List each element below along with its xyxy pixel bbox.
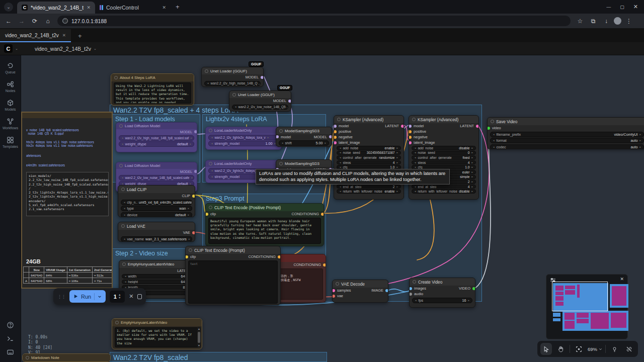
side-panel-icon[interactable]: ⧉ [588, 18, 599, 25]
widget-control-after-generate[interactable]: control_after_generatefixed [412, 155, 476, 160]
node-markdown-note[interactable]: Markdown Note [22, 353, 111, 362]
logo-menu-caret-icon[interactable]: ⌄ [15, 47, 18, 51]
node-title[interactable]: Markdown Note [23, 354, 110, 361]
widget-model-name[interactable]: wan2.2_t2v_high_noise_14B_fp8_scaled.saf [119, 135, 194, 141]
input-negative[interactable]: negative [410, 135, 428, 139]
sidebar-item-workflows[interactable]: Workflows [0, 118, 21, 130]
minimap-viewport[interactable] [552, 282, 608, 311]
input-positive[interactable]: positive [410, 129, 426, 134]
widget-fps[interactable]: fps16 [412, 298, 472, 303]
widget-format[interactable]: formatauto [490, 138, 644, 143]
node-title[interactable]: LoraLoaderModelOnly [206, 127, 281, 134]
node-title[interactable]: KSampler (Advanced) [334, 116, 404, 123]
fit-view-button[interactable] [573, 343, 585, 355]
output-image[interactable]: IMAGE [371, 288, 387, 293]
node-load-clip[interactable]: Load CLIP CLIP clip_n..umt5_xxl_fp8_e4m3… [118, 185, 195, 217]
widget-lora-name[interactable]: wan2.2_t2v_lightx2v_4steps_lora_v [208, 135, 279, 140]
input-samples[interactable]: samples [334, 288, 351, 293]
node-ksampler-advanced-1[interactable]: KSampler (Advanced) modelLATENT positive… [334, 115, 404, 200]
node-title[interactable]: Load CLIP [118, 186, 195, 193]
new-tab-button[interactable]: + [176, 3, 180, 11]
toggle-hint-button[interactable] [609, 343, 620, 355]
site-info-icon[interactable]: ⓘ [62, 18, 68, 24]
node-title[interactable]: CLIP Text Encode (Positive Prompt) [206, 204, 324, 211]
window-minimize-button[interactable]: — [606, 5, 611, 10]
node-title[interactable]: ModelSamplingSD3 [276, 160, 332, 167]
note-scrollbar[interactable]: ▲▼ [197, 327, 201, 347]
window-close-button[interactable]: ✕ [633, 4, 638, 10]
widget-codec[interactable]: codecauto [490, 144, 644, 150]
drag-handle-icon[interactable]: ⋮⋮ [57, 294, 65, 299]
widget-device[interactable]: devicedefault [121, 212, 192, 218]
group-bottom[interactable]: Wan2.2 T2V fp8_scaled [110, 352, 327, 362]
widget-width[interactable]: width640 [122, 274, 193, 279]
widget-filename-prefix[interactable]: filename_prefixvideo/ComfyUI [490, 132, 644, 137]
widget-unet-name[interactable]: wan2.2_i2v_low_noise_14B_Q5 ... [232, 105, 288, 110]
select-tool-button[interactable] [540, 343, 552, 355]
node-title[interactable]: About 4 Steps LoRA [111, 74, 194, 81]
browser-tab-coolercontrol[interactable]: CoolerControl ✕ [95, 2, 171, 14]
sidebar-item-templates[interactable]: Templates [0, 136, 21, 148]
node-title[interactable]: Unet Loader (GGUF) [202, 67, 263, 74]
node-title[interactable]: VAE Decode [333, 280, 388, 288]
widget-steps[interactable]: steps4 [412, 160, 476, 165]
pan-tool-button[interactable] [555, 343, 567, 355]
stop-button[interactable] [137, 294, 142, 299]
widget-clip-name[interactable]: clip_n..umt5_xxl_fp8_e4m3fn_scaled.safet… [121, 200, 192, 205]
browser-menu-icon[interactable]: ⋮ [623, 18, 634, 25]
node-note-empty-latent[interactable]: EmptyHunyuanLatentVideo 1. (By) default,… [112, 318, 202, 349]
window-maximize-button[interactable]: ▢ [620, 5, 624, 10]
input-model[interactable]: model [335, 124, 349, 128]
node-load-vae[interactable]: Load VAE VAE vae_namewan_2.1_vae.safeten… [118, 222, 195, 242]
widget-shift[interactable]: shift5.00 [279, 140, 329, 146]
node-vae-decode[interactable]: VAE Decode samplesIMAGE vae [332, 280, 388, 303]
run-button[interactable]: Run [69, 290, 106, 303]
sidebar-item-nodes[interactable]: Nodes [0, 80, 21, 93]
reload-button[interactable]: ⟳ [29, 18, 40, 25]
tab-close-icon[interactable]: ✕ [162, 5, 166, 10]
node-title[interactable]: Create Video [410, 278, 475, 286]
prompt-textarea-empty[interactable]: text [188, 260, 278, 304]
input-audio[interactable]: audio [411, 292, 423, 296]
node-title[interactable]: Unet Loader (GGUF) [229, 91, 291, 98]
widget-height[interactable]: height640 [122, 280, 193, 285]
widget-end-at-step[interactable]: end_at_step4 [412, 185, 476, 189]
widget-weight-dtype[interactable]: weight_dtypedefault [119, 141, 194, 147]
input-latent-image[interactable]: latent_image [335, 140, 360, 145]
browser-tab-comfyui[interactable]: C *video_wan2_2_14B_t2... ✕ [17, 2, 95, 14]
input-latent-image[interactable]: latent_image [410, 140, 435, 145]
forward-button[interactable]: → [16, 18, 27, 25]
widget-return-with-leftover-noise[interactable]: return_with_leftover_noiseenable [337, 189, 401, 194]
sidebar-item-models[interactable]: Models [0, 99, 21, 111]
input-images[interactable]: images [411, 286, 426, 291]
widget-return-with-leftover-noise[interactable]: return_with_leftover_noisedisable [412, 189, 476, 194]
profile-avatar[interactable] [614, 17, 621, 25]
node-title[interactable]: KSampler (Advanced) [409, 116, 478, 123]
node-unet-loader-gguf-2[interactable]: Unet Loader (GGUF) MODEL wan2.2_i2v_low_… [229, 90, 291, 112]
output-model[interactable]: MODEL [246, 75, 262, 79]
node-title[interactable]: Load VAE [118, 222, 195, 230]
node-title[interactable]: Load Diffusion Model [116, 162, 197, 169]
address-bar[interactable]: ⓘ 127.0.0.1:8188 [57, 16, 571, 26]
minimap-close-icon[interactable]: ✕ [620, 277, 624, 282]
node-markdown-note-models[interactable]: v_noise_14B_fp8_scaled.safetensors _nois… [21, 112, 113, 289]
node-title[interactable]: LoraLoaderModelOnly [206, 160, 281, 167]
node-ksampler-advanced-2[interactable]: KSampler (Advanced) modelLATENT positive… [409, 115, 479, 200]
widget-model-name[interactable]: wan2.2_t2v_low_noise_14B_fp8_scaled.safe [119, 175, 194, 180]
output-model[interactable]: MODEL [180, 170, 196, 173]
node-lora-loader-high[interactable]: LoraLoaderModelOnly wan2.2_t2v_lightx2v_… [205, 127, 282, 150]
input-clip[interactable]: clip [207, 212, 216, 216]
workflow-name-dropdown[interactable]: video_wan2_2_14B_t2v ⌄ [35, 46, 97, 52]
input-vae[interactable]: vae [334, 294, 343, 298]
input-clip[interactable]: clip [187, 254, 196, 259]
node-unet-loader-gguf-1[interactable]: Unet Loader (GGUF) MODEL wan2.2_i2v_high… [201, 67, 264, 87]
zoom-level-dropdown[interactable]: 69% [588, 346, 602, 352]
input-model[interactable]: model [277, 135, 291, 139]
output-model[interactable]: MODEL [273, 99, 290, 103]
batch-count-input[interactable]: 1 ▲▼ [110, 291, 125, 303]
output-latent[interactable]: LATENT [460, 124, 477, 128]
node-title[interactable]: EmptyHunyuanLatentVideo [119, 260, 196, 268]
output-conditioning[interactable]: CONDITIONING [291, 212, 323, 216]
node-title[interactable]: EmptyHunyuanLatentVideo [112, 319, 202, 326]
node-model-sampling-sd3-1[interactable]: ModelSamplingSD3 modelMODEL shift5.00 [276, 127, 332, 147]
